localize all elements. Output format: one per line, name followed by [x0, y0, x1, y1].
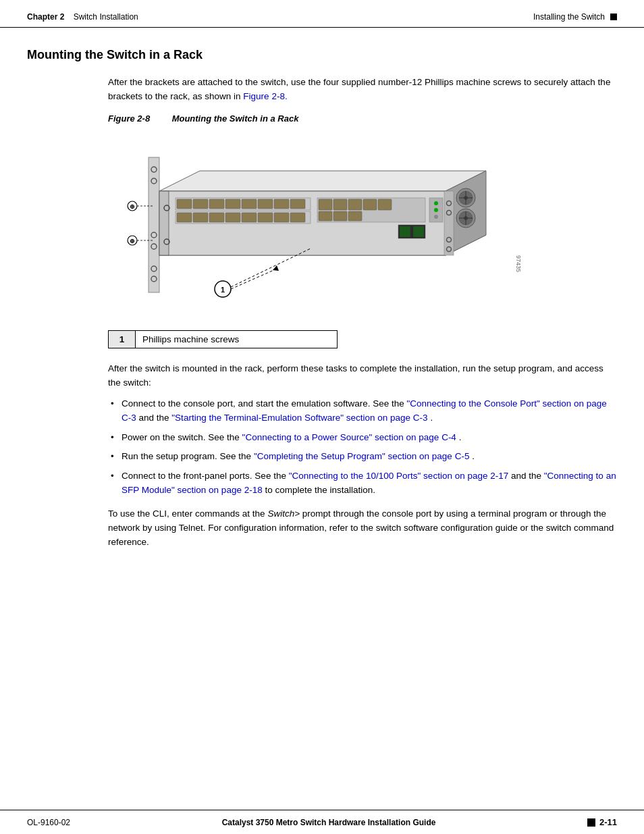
bullet-item-4: Connect to the front-panel ports. See th… [108, 469, 617, 498]
svg-marker-8 [159, 171, 486, 191]
header-right: Installing the Switch [533, 12, 617, 22]
header-left: Chapter 2 Switch Installation [27, 12, 138, 22]
svg-rect-25 [225, 213, 240, 222]
figure-caption: Figure 2-8 Mounting the Switch in a Rack [108, 113, 617, 124]
figure-2-8-link[interactable]: Figure 2-8. [243, 91, 287, 101]
svg-text:⊕: ⊕ [130, 203, 135, 210]
svg-rect-31 [319, 199, 332, 210]
power-source-link[interactable]: "Connecting to a Power Source" section o… [242, 432, 456, 442]
svg-rect-0 [149, 157, 159, 292]
svg-rect-36 [319, 211, 332, 221]
svg-rect-37 [333, 211, 347, 221]
svg-rect-34 [363, 199, 377, 210]
switch-diagram: ⊕ ⊕ 1 97435 [108, 130, 527, 319]
figure-container: Figure 2-8 Mounting the Switch in a Rack [108, 113, 617, 348]
callout-number: 1 [109, 330, 136, 348]
cli-prompt: Switch> [267, 509, 300, 519]
callout-description: Phillips machine screws [136, 330, 338, 348]
footer-doc-id: OL-9160-02 [27, 818, 70, 827]
svg-rect-32 [333, 199, 347, 210]
section-title: Mounting the Switch in a Rack [27, 48, 617, 62]
bullet-item-1: Connect to the console port, and start t… [108, 397, 617, 425]
callout-table: 1 Phillips machine screws [108, 330, 338, 348]
svg-rect-33 [348, 199, 362, 210]
svg-rect-45 [413, 226, 424, 237]
bullet-list: Connect to the console port, and start t… [108, 397, 617, 498]
after-figure-text: After the switch is mounted in the rack,… [108, 362, 617, 390]
footer-page: 2-11 [587, 817, 617, 827]
svg-text:1: 1 [221, 286, 225, 294]
svg-rect-38 [348, 211, 362, 221]
svg-rect-15 [209, 199, 224, 209]
header-section: Switch Installation [74, 12, 138, 22]
svg-rect-35 [378, 199, 392, 210]
svg-rect-23 [193, 213, 208, 222]
footer-square-icon [587, 818, 595, 827]
page-content: Mounting the Switch in a Rack After the … [0, 28, 644, 586]
figure-label: Figure 2-8 [108, 113, 150, 124]
svg-rect-22 [177, 213, 192, 222]
svg-point-41 [434, 208, 438, 212]
header-square-icon [610, 14, 617, 20]
footer-page-number: 2-11 [599, 817, 617, 827]
figure-caption-text: Mounting the Switch in a Rack [172, 113, 299, 124]
svg-rect-44 [400, 226, 410, 237]
footer-title: Catalyst 3750 Metro Switch Hardware Inst… [222, 818, 436, 827]
svg-rect-29 [290, 213, 305, 222]
bullet-item-2: Power on the switch. See the "Connecting… [108, 431, 617, 445]
svg-rect-17 [242, 199, 257, 209]
ports-link[interactable]: "Connecting to the 10/100 Ports" section… [289, 471, 509, 481]
bullet-item-3: Run the setup program. See the "Completi… [108, 450, 617, 464]
intro-paragraph: After the brackets are attached to the s… [108, 76, 617, 104]
svg-rect-18 [258, 199, 273, 209]
svg-line-69 [231, 269, 277, 289]
svg-rect-14 [193, 199, 208, 209]
svg-point-40 [434, 201, 438, 205]
svg-rect-19 [274, 199, 289, 209]
svg-rect-27 [258, 213, 273, 222]
svg-rect-20 [290, 199, 305, 209]
terminal-emulation-link[interactable]: "Starting the Terminal-Emulation Softwar… [171, 413, 427, 423]
setup-program-link[interactable]: "Completing the Setup Program" section o… [254, 451, 470, 461]
svg-rect-24 [209, 213, 224, 222]
after-figure-section: After the switch is mounted in the rack,… [108, 362, 617, 498]
svg-rect-11 [159, 191, 169, 255]
svg-rect-13 [177, 199, 192, 209]
svg-point-42 [434, 215, 438, 219]
svg-rect-28 [274, 213, 289, 222]
callout-row: 1 Phillips machine screws [109, 330, 338, 348]
switch-svg: ⊕ ⊕ 1 97435 [108, 130, 527, 313]
svg-text:97435: 97435 [515, 255, 522, 272]
page-header: Chapter 2 Switch Installation Installing… [0, 0, 644, 28]
svg-rect-26 [242, 213, 257, 222]
page-footer: OL-9160-02 Catalyst 3750 Metro Switch Ha… [0, 810, 644, 834]
header-chapter: Chapter 2 [27, 12, 64, 22]
header-right-text: Installing the Switch [533, 12, 605, 22]
cli-paragraph: To use the CLI, enter commands at the Sw… [108, 507, 617, 550]
svg-text:⊕: ⊕ [130, 238, 135, 244]
svg-rect-16 [225, 199, 240, 209]
